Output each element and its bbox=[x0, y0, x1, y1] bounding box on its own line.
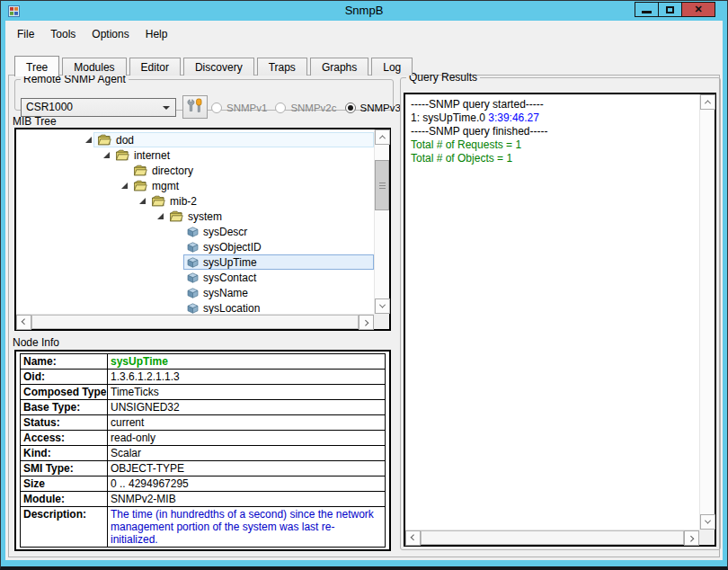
scroll-down-icon bbox=[379, 302, 386, 308]
tree-node-internet[interactable]: internet bbox=[16, 147, 374, 163]
tab-editor[interactable]: Editor bbox=[129, 58, 181, 76]
node-info-field-label: Status: bbox=[21, 415, 108, 431]
tree-item-system[interactable]: system bbox=[165, 209, 374, 224]
menu-tools[interactable]: Tools bbox=[42, 24, 84, 44]
tab-modules[interactable]: Modules bbox=[62, 58, 126, 76]
tree-hscroll-thumb[interactable] bbox=[31, 315, 359, 329]
tree-node-directory[interactable]: directory bbox=[16, 163, 374, 178]
tree-node-sysUpTime[interactable]: sysUpTime bbox=[16, 254, 374, 270]
tree-item-sysObjectID[interactable]: sysObjectID bbox=[183, 239, 374, 254]
folder-icon bbox=[133, 165, 147, 176]
tree-node-sysObjectID[interactable]: sysObjectID bbox=[16, 239, 374, 254]
query-result-segment: 3:39:46.27 bbox=[488, 111, 539, 124]
tree-horizontal-scrollbar[interactable] bbox=[16, 314, 374, 329]
tab-graphs[interactable]: Graphs bbox=[310, 58, 368, 76]
query-results-group: Query Results -----SNMP query started---… bbox=[400, 71, 721, 550]
close-button[interactable]: ✕ bbox=[681, 2, 715, 17]
node-info-row: Access:read-only bbox=[21, 431, 386, 446]
scroll-right-button[interactable] bbox=[684, 530, 699, 546]
tree-node-sysName[interactable]: sysName bbox=[16, 285, 374, 300]
tree-tab-page: Remote SNMP Agent CSR1000 SNMPv1SNMPv2cS… bbox=[8, 75, 720, 557]
radio-snmpv2c[interactable]: SNMPv2c bbox=[275, 102, 336, 113]
tab-log[interactable]: Log bbox=[371, 58, 413, 76]
scroll-up-button[interactable] bbox=[375, 129, 390, 145]
tree-node-sysContact[interactable]: sysContact bbox=[16, 270, 374, 285]
tree-node-dod[interactable]: dod bbox=[16, 132, 374, 147]
snmp-version-radio-group: SNMPv1SNMPv2cSNMPv3 bbox=[211, 98, 401, 118]
scroll-left-button[interactable] bbox=[16, 315, 31, 330]
results-vertical-scrollbar[interactable] bbox=[699, 94, 715, 530]
tree-item-sysLocation[interactable]: sysLocation bbox=[183, 300, 374, 314]
menu-help[interactable]: Help bbox=[138, 24, 176, 44]
triangle-expanded-icon bbox=[139, 198, 146, 204]
tree-item-directory[interactable]: directory bbox=[129, 163, 374, 178]
node-info-field-label: Name: bbox=[21, 354, 108, 370]
scroll-left-button[interactable] bbox=[405, 530, 421, 546]
tree-vscroll-thumb[interactable] bbox=[375, 160, 389, 210]
node-info-field-value: Scalar bbox=[108, 446, 386, 461]
mib-tree-label: MIB Tree bbox=[13, 115, 57, 128]
tree-node-mib-2[interactable]: mib-2 bbox=[16, 193, 374, 209]
triangle-expanded-icon bbox=[103, 152, 110, 158]
tree-node-mgmt[interactable]: mgmt bbox=[16, 178, 374, 193]
node-info-row: Base Type:UNSIGNED32 bbox=[21, 400, 386, 415]
tree-node-label: sysLocation bbox=[203, 301, 260, 314]
tree-node-sysLocation[interactable]: sysLocation bbox=[16, 300, 374, 314]
scalar-icon bbox=[187, 303, 199, 314]
node-info-field-label: Size bbox=[21, 476, 108, 492]
tab-tree[interactable]: Tree bbox=[14, 56, 59, 76]
agent-combobox[interactable]: CSR1000 bbox=[21, 98, 176, 117]
radio-label: SNMPv1 bbox=[226, 102, 267, 113]
scroll-grip-icon bbox=[379, 183, 386, 189]
tree-item-dod[interactable]: dod bbox=[93, 132, 374, 147]
radio-snmpv3[interactable]: SNMPv3 bbox=[345, 102, 401, 113]
tree-item-sysContact[interactable]: sysContact bbox=[183, 270, 374, 285]
tree-item-mib-2[interactable]: mib-2 bbox=[147, 193, 374, 209]
tree-item-sysName[interactable]: sysName bbox=[183, 285, 374, 300]
tree-item-sysDescr[interactable]: sysDescr bbox=[183, 224, 374, 239]
results-hscroll-thumb[interactable] bbox=[421, 530, 684, 545]
tree-expand-icon[interactable] bbox=[101, 152, 111, 158]
scroll-down-button[interactable] bbox=[700, 514, 715, 530]
scroll-up-button[interactable] bbox=[700, 94, 715, 110]
mib-tree: dodinternetdirectorymgmtmib-2systemsysDe… bbox=[14, 128, 391, 331]
client-area: FileToolsOptionsHelp TreeModulesEditorDi… bbox=[5, 21, 723, 560]
query-result-line: Total # of Objects = 1 bbox=[411, 152, 695, 165]
radio-snmpv1[interactable]: SNMPv1 bbox=[211, 102, 267, 113]
query-result-segment: Total # of Requests = 1 bbox=[411, 138, 521, 151]
agent-settings-button[interactable] bbox=[182, 95, 208, 119]
minimize-button[interactable] bbox=[635, 2, 659, 17]
tree-item-internet[interactable]: internet bbox=[111, 147, 374, 163]
tree-node-label: directory bbox=[152, 164, 193, 177]
node-info-row: Name:sysUpTime bbox=[21, 354, 386, 370]
node-info-row: Size0 .. 4294967295 bbox=[21, 476, 386, 492]
tree-expand-icon[interactable] bbox=[119, 183, 129, 189]
tab-traps[interactable]: Traps bbox=[257, 58, 307, 76]
window-title: SnmpB bbox=[1, 4, 727, 17]
tree-node-sysDescr[interactable]: sysDescr bbox=[16, 224, 374, 239]
tree-vertical-scrollbar[interactable] bbox=[374, 129, 389, 314]
node-info-field-value: TimeTicks bbox=[108, 385, 386, 400]
scroll-right-button[interactable] bbox=[359, 315, 374, 330]
results-horizontal-scrollbar[interactable] bbox=[405, 530, 699, 545]
tree-expand-icon[interactable] bbox=[83, 137, 93, 143]
scalar-icon bbox=[187, 257, 199, 268]
tree-node-label: sysUpTime bbox=[203, 255, 257, 269]
query-result-line: 1: sysUpTime.0 3:39:46.27 bbox=[411, 111, 695, 125]
tab-discovery[interactable]: Discovery bbox=[183, 58, 254, 76]
query-result-segment: -----SNMP query started----- bbox=[411, 98, 544, 111]
tree-node-system[interactable]: system bbox=[16, 209, 374, 224]
tree-item-mgmt[interactable]: mgmt bbox=[129, 178, 374, 193]
node-info-row: Status:current bbox=[21, 415, 386, 431]
tree-expand-icon[interactable] bbox=[155, 213, 165, 219]
scroll-down-button[interactable] bbox=[375, 298, 390, 314]
tree-expand-icon[interactable] bbox=[137, 198, 147, 204]
query-result-segment: 1: sysUpTime.0 bbox=[411, 111, 488, 124]
menu-options[interactable]: Options bbox=[84, 24, 137, 44]
tree-item-sysUpTime[interactable]: sysUpTime bbox=[183, 254, 374, 270]
tree-node-label: mgmt bbox=[152, 179, 179, 192]
maximize-button[interactable] bbox=[658, 2, 682, 17]
node-info-field-value: The time (in hundredths of a second) sin… bbox=[108, 507, 386, 548]
scroll-down-icon bbox=[705, 518, 711, 524]
menu-file[interactable]: File bbox=[9, 24, 42, 44]
